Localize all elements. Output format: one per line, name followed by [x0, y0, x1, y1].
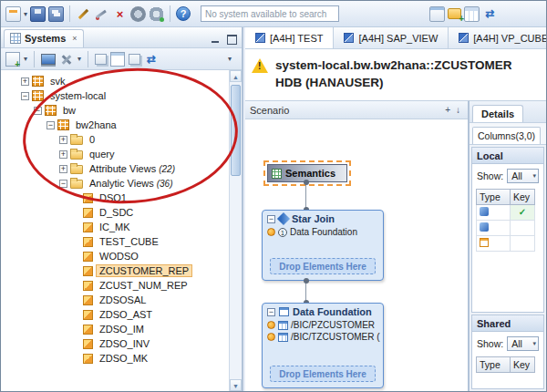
tree-item-zdso-ast[interactable]: ZDSO_AST: [1, 307, 229, 322]
key-cell[interactable]: [510, 236, 535, 252]
expand-toggle-icon[interactable]: +: [21, 77, 29, 86]
collapse-icon[interactable]: [267, 308, 275, 316]
tree-item-bw2hana[interactable]: −bw2hana: [1, 118, 229, 132]
navigate-down-icon[interactable]: ↓: [453, 105, 463, 115]
table-row[interactable]: [476, 236, 540, 252]
tree-item-zdso-inv[interactable]: ZDSO_INV: [1, 336, 229, 351]
refresh-icon[interactable]: ⇄: [144, 52, 159, 67]
data-foundation-drop-area[interactable]: Drop Elements Here: [270, 366, 376, 382]
scrollbar-thumb[interactable]: [231, 85, 241, 176]
administration-icon[interactable]: [59, 52, 74, 67]
expand-toggle-icon[interactable]: +: [59, 165, 67, 173]
key-cell[interactable]: [510, 221, 535, 236]
details-tab[interactable]: Details: [472, 105, 523, 122]
editor-title: system-local.bw.bw2hana::ZCUSTOMER HDB (…: [275, 57, 512, 91]
scenario-canvas[interactable]: Semantics Star Join Data Foundation: [245, 119, 468, 391]
expand-toggle-icon[interactable]: +: [59, 150, 67, 159]
tree-item-analytic-views[interactable]: −Analytic Views (36): [1, 176, 229, 191]
star-join-drop-area[interactable]: Drop Elements Here: [270, 258, 376, 274]
tree-item-label: Analytic Views: [87, 178, 157, 189]
column-header-key[interactable]: Key: [510, 356, 535, 373]
administration-dropdown-icon[interactable]: ▾: [77, 55, 81, 63]
tree-item-bw[interactable]: −bw: [1, 103, 229, 118]
star-join-node[interactable]: Star Join Data Foundation Drop Elements …: [262, 210, 384, 281]
save-all-icon[interactable]: [48, 6, 64, 22]
cube-icon: [83, 193, 93, 203]
key-check-cell[interactable]: ✓: [510, 205, 535, 221]
tree-item-system-local[interactable]: −system-local: [1, 88, 229, 103]
minimize-icon[interactable]: [210, 34, 222, 44]
settings-gear-icon[interactable]: [149, 6, 164, 22]
signature-icon[interactable]: [94, 6, 109, 22]
tree-item-attribute-views[interactable]: +Attribute Views (22): [1, 161, 229, 176]
editor-tab-test[interactable]: [A4H] TEST: [245, 27, 334, 48]
scroll-down-icon[interactable]: ▼: [230, 379, 242, 391]
editor-tab-vp-cube[interactable]: [A4H] VP_CUBE: [449, 27, 546, 48]
table-row[interactable]: [476, 221, 540, 236]
edit-icon[interactable]: [76, 6, 91, 22]
show-filter-value: All: [511, 170, 522, 181]
link-editor-icon[interactable]: [129, 54, 140, 65]
collapse-toggle-icon[interactable]: −: [46, 121, 55, 129]
cube-icon: [83, 266, 93, 276]
local-section-header: Local: [472, 148, 543, 164]
new-dropdown-icon[interactable]: ▾: [24, 10, 27, 18]
perspective-icon[interactable]: [429, 6, 445, 22]
tree-item-zcustomer-rep[interactable]: ZCUSTOMER_REP: [1, 263, 229, 278]
data-foundation-row[interactable]: /BIC/TZCUSTOMER (: [263, 331, 383, 343]
show-filter-select[interactable]: All ▾: [507, 336, 539, 351]
column-header-type[interactable]: Type: [476, 189, 511, 205]
system-monitor-icon[interactable]: [41, 54, 56, 65]
search-input[interactable]: [201, 6, 338, 21]
sync-icon[interactable]: ⇄: [482, 6, 498, 22]
editor-tab-sap-view[interactable]: [A4H] SAP_VIEW: [334, 27, 449, 48]
add-system-icon[interactable]: [5, 52, 20, 67]
tree-item-zdsosal[interactable]: ZDSOSAL: [1, 293, 229, 307]
tree-item-test-cube[interactable]: TEST_CUBE: [1, 234, 229, 249]
columns-tab[interactable]: Columns(3,0): [472, 127, 541, 144]
auto-arrange-icon[interactable]: +: [442, 105, 453, 115]
help-icon[interactable]: ?: [176, 6, 191, 21]
new-wizard-icon[interactable]: [5, 6, 21, 22]
view-menu-icon[interactable]: ▾: [222, 52, 237, 67]
tree-item-zcust-num-rep[interactable]: ZCUST_NUM_REP: [1, 278, 229, 293]
collapse-toggle-icon[interactable]: −: [59, 180, 67, 188]
table-row[interactable]: ✓: [476, 205, 540, 221]
tree-scrollbar[interactable]: ▲ ▼: [229, 70, 242, 391]
show-filter-select[interactable]: All ▾: [507, 169, 539, 183]
column-header-type[interactable]: Type: [476, 356, 511, 373]
data-foundation-node[interactable]: Data Foundation /BIC/PZCUSTOMER /BIC/TZC…: [262, 303, 384, 388]
cube-icon: [83, 339, 93, 349]
column-header-key[interactable]: Key: [510, 189, 535, 205]
close-icon[interactable]: ×: [72, 34, 77, 43]
tree-item-dso1[interactable]: DSO1: [1, 191, 229, 205]
scenario-header: Scenario + ↓: [245, 101, 468, 119]
data-foundation-icon: [279, 307, 289, 316]
new-package-icon[interactable]: [448, 8, 461, 19]
systems-tab[interactable]: Systems ×: [4, 29, 84, 47]
save-icon[interactable]: [30, 6, 46, 22]
activate-gear-icon[interactable]: [130, 6, 146, 22]
tree-item-zdso-im[interactable]: ZDSO_IM: [1, 322, 229, 336]
collapse-toggle-icon[interactable]: −: [21, 92, 29, 100]
sql-console-icon[interactable]: [110, 52, 125, 67]
data-preview-icon[interactable]: [464, 6, 480, 22]
collapse-toggle-icon[interactable]: −: [34, 107, 42, 115]
tree-item-0[interactable]: +0: [1, 132, 229, 147]
tree-item-d-sdc[interactable]: D_SDC: [1, 205, 229, 220]
add-system-dropdown-icon[interactable]: ▾: [24, 55, 27, 63]
star-join-row[interactable]: Data Foundation: [263, 226, 383, 238]
collapse-icon[interactable]: [267, 215, 275, 223]
tree-item-wodso[interactable]: WODSO: [1, 249, 229, 263]
open-perspective-icon[interactable]: [95, 54, 107, 65]
tree-item-svk[interactable]: +svk: [1, 74, 229, 88]
table-header-row: Type Key: [476, 189, 540, 205]
maximize-icon[interactable]: [225, 34, 237, 44]
tree-item-zdso-mk[interactable]: ZDSO_MK: [1, 351, 229, 366]
scroll-up-icon[interactable]: ▲: [230, 70, 242, 82]
data-foundation-row[interactable]: /BIC/PZCUSTOMER: [263, 319, 383, 331]
expand-toggle-icon[interactable]: +: [59, 136, 67, 144]
delete-icon[interactable]: ×: [112, 6, 128, 22]
tree-item-ic-mk[interactable]: IC_MK: [1, 220, 229, 234]
tree-item-query[interactable]: +query: [1, 147, 229, 161]
